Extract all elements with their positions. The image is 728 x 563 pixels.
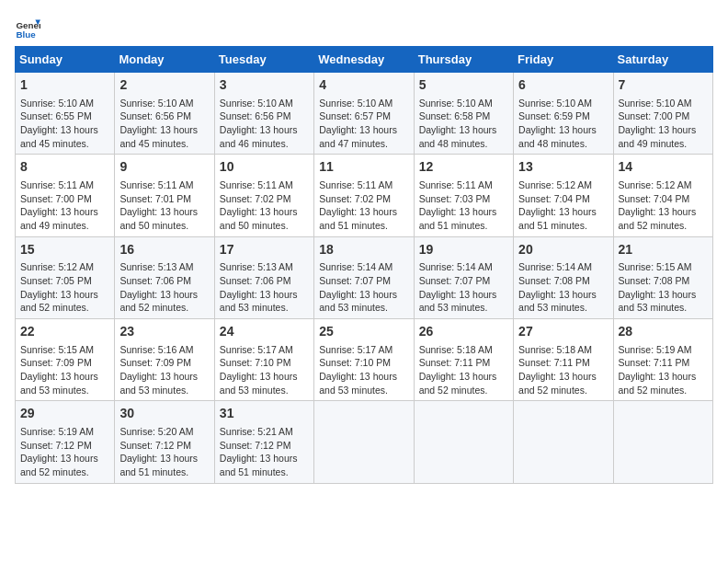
day-number: 6 <box>518 76 608 95</box>
day-info: Sunrise: 5:10 AM Sunset: 6:56 PM Dayligh… <box>119 97 209 151</box>
day-number: 1 <box>20 76 109 95</box>
day-cell: 24Sunrise: 5:17 AM Sunset: 7:10 PM Dayli… <box>214 319 313 401</box>
day-info: Sunrise: 5:10 AM Sunset: 6:55 PM Dayligh… <box>20 97 109 151</box>
day-number: 12 <box>419 158 508 177</box>
week-row-2: 8Sunrise: 5:11 AM Sunset: 7:00 PM Daylig… <box>16 155 713 236</box>
day-number: 5 <box>419 76 508 95</box>
day-cell: 18Sunrise: 5:14 AM Sunset: 7:07 PM Dayli… <box>314 236 414 318</box>
day-number: 19 <box>419 241 508 259</box>
day-info: Sunrise: 5:19 AM Sunset: 7:11 PM Dayligh… <box>619 343 708 397</box>
day-number: 30 <box>119 405 209 423</box>
day-cell: 15Sunrise: 5:12 AM Sunset: 7:05 PM Dayli… <box>16 236 115 318</box>
day-number: 9 <box>119 158 209 177</box>
day-number: 17 <box>220 241 309 259</box>
day-number: 11 <box>319 158 408 177</box>
day-cell: 25Sunrise: 5:17 AM Sunset: 7:10 PM Dayli… <box>314 319 414 401</box>
day-cell: 30Sunrise: 5:20 AM Sunset: 7:12 PM Dayli… <box>115 401 214 483</box>
day-info: Sunrise: 5:10 AM Sunset: 6:58 PM Dayligh… <box>419 97 508 151</box>
day-info: Sunrise: 5:18 AM Sunset: 7:11 PM Dayligh… <box>518 343 608 397</box>
week-row-4: 22Sunrise: 5:15 AM Sunset: 7:09 PM Dayli… <box>16 319 713 401</box>
day-cell: 2Sunrise: 5:10 AM Sunset: 6:56 PM Daylig… <box>115 73 214 155</box>
day-cell: 10Sunrise: 5:11 AM Sunset: 7:02 PM Dayli… <box>214 155 313 236</box>
day-info: Sunrise: 5:13 AM Sunset: 7:06 PM Dayligh… <box>119 260 209 315</box>
day-number: 4 <box>319 76 408 95</box>
day-cell: 23Sunrise: 5:16 AM Sunset: 7:09 PM Dayli… <box>115 319 214 401</box>
svg-text:Blue: Blue <box>16 29 36 40</box>
week-row-3: 15Sunrise: 5:12 AM Sunset: 7:05 PM Dayli… <box>16 236 713 318</box>
day-cell: 20Sunrise: 5:14 AM Sunset: 7:08 PM Dayli… <box>514 236 613 318</box>
day-cell: 5Sunrise: 5:10 AM Sunset: 6:58 PM Daylig… <box>414 73 513 155</box>
day-cell: 31Sunrise: 5:21 AM Sunset: 7:12 PM Dayli… <box>214 401 313 483</box>
day-cell <box>314 401 414 483</box>
day-cell: 4Sunrise: 5:10 AM Sunset: 6:57 PM Daylig… <box>314 73 414 155</box>
day-cell: 7Sunrise: 5:10 AM Sunset: 7:00 PM Daylig… <box>613 73 712 155</box>
day-info: Sunrise: 5:10 AM Sunset: 6:57 PM Dayligh… <box>319 97 408 151</box>
day-info: Sunrise: 5:16 AM Sunset: 7:09 PM Dayligh… <box>119 343 209 397</box>
day-cell: 1Sunrise: 5:10 AM Sunset: 6:55 PM Daylig… <box>16 73 115 155</box>
header-cell-tuesday: Tuesday <box>214 47 313 73</box>
day-number: 31 <box>220 405 309 423</box>
day-number: 15 <box>20 241 109 259</box>
day-number: 18 <box>319 241 408 259</box>
day-number: 20 <box>518 241 608 259</box>
day-info: Sunrise: 5:17 AM Sunset: 7:10 PM Dayligh… <box>319 343 408 397</box>
day-number: 22 <box>20 323 109 341</box>
day-info: Sunrise: 5:10 AM Sunset: 6:59 PM Dayligh… <box>518 97 608 151</box>
header-cell-sunday: Sunday <box>16 47 115 73</box>
day-info: Sunrise: 5:14 AM Sunset: 7:07 PM Dayligh… <box>319 260 408 315</box>
day-info: Sunrise: 5:10 AM Sunset: 7:00 PM Dayligh… <box>619 97 708 151</box>
logo-icon: General Blue <box>15 15 40 40</box>
day-cell: 19Sunrise: 5:14 AM Sunset: 7:07 PM Dayli… <box>414 236 513 318</box>
day-info: Sunrise: 5:20 AM Sunset: 7:12 PM Dayligh… <box>119 425 209 479</box>
day-info: Sunrise: 5:12 AM Sunset: 7:04 PM Dayligh… <box>619 178 708 233</box>
logo: General Blue <box>15 15 44 40</box>
week-row-1: 1Sunrise: 5:10 AM Sunset: 6:55 PM Daylig… <box>16 73 713 155</box>
calendar-table: SundayMondayTuesdayWednesdayThursdayFrid… <box>15 46 713 484</box>
day-number: 27 <box>518 323 608 341</box>
day-info: Sunrise: 5:11 AM Sunset: 7:01 PM Dayligh… <box>119 178 209 233</box>
day-number: 2 <box>119 76 209 95</box>
day-cell: 27Sunrise: 5:18 AM Sunset: 7:11 PM Dayli… <box>514 319 613 401</box>
day-number: 8 <box>20 158 109 177</box>
day-cell: 3Sunrise: 5:10 AM Sunset: 6:56 PM Daylig… <box>214 73 313 155</box>
day-cell: 22Sunrise: 5:15 AM Sunset: 7:09 PM Dayli… <box>16 319 115 401</box>
day-number: 25 <box>319 323 408 341</box>
day-info: Sunrise: 5:11 AM Sunset: 7:02 PM Dayligh… <box>220 178 309 233</box>
day-number: 7 <box>619 76 708 95</box>
day-info: Sunrise: 5:18 AM Sunset: 7:11 PM Dayligh… <box>419 343 508 397</box>
day-info: Sunrise: 5:11 AM Sunset: 7:03 PM Dayligh… <box>419 178 508 233</box>
day-cell: 6Sunrise: 5:10 AM Sunset: 6:59 PM Daylig… <box>514 73 613 155</box>
day-number: 13 <box>518 158 608 177</box>
day-cell: 26Sunrise: 5:18 AM Sunset: 7:11 PM Dayli… <box>414 319 513 401</box>
day-number: 14 <box>619 158 708 177</box>
day-cell <box>514 401 613 483</box>
day-info: Sunrise: 5:15 AM Sunset: 7:09 PM Dayligh… <box>20 343 109 397</box>
day-cell: 9Sunrise: 5:11 AM Sunset: 7:01 PM Daylig… <box>115 155 214 236</box>
header-cell-friday: Friday <box>514 47 613 73</box>
header-cell-wednesday: Wednesday <box>314 47 414 73</box>
day-cell: 28Sunrise: 5:19 AM Sunset: 7:11 PM Dayli… <box>613 319 712 401</box>
day-info: Sunrise: 5:21 AM Sunset: 7:12 PM Dayligh… <box>220 425 309 479</box>
day-info: Sunrise: 5:15 AM Sunset: 7:08 PM Dayligh… <box>619 260 708 315</box>
week-row-5: 29Sunrise: 5:19 AM Sunset: 7:12 PM Dayli… <box>16 401 713 483</box>
calendar-body: 1Sunrise: 5:10 AM Sunset: 6:55 PM Daylig… <box>16 73 713 484</box>
header-cell-thursday: Thursday <box>414 47 513 73</box>
day-info: Sunrise: 5:14 AM Sunset: 7:08 PM Dayligh… <box>518 260 608 315</box>
day-cell: 21Sunrise: 5:15 AM Sunset: 7:08 PM Dayli… <box>613 236 712 318</box>
day-number: 26 <box>419 323 508 341</box>
day-number: 24 <box>220 323 309 341</box>
day-cell: 16Sunrise: 5:13 AM Sunset: 7:06 PM Dayli… <box>115 236 214 318</box>
day-info: Sunrise: 5:10 AM Sunset: 6:56 PM Dayligh… <box>220 97 309 151</box>
day-info: Sunrise: 5:17 AM Sunset: 7:10 PM Dayligh… <box>220 343 309 397</box>
day-info: Sunrise: 5:12 AM Sunset: 7:04 PM Dayligh… <box>518 178 608 233</box>
day-info: Sunrise: 5:11 AM Sunset: 7:00 PM Dayligh… <box>20 178 109 233</box>
day-cell: 13Sunrise: 5:12 AM Sunset: 7:04 PM Dayli… <box>514 155 613 236</box>
day-info: Sunrise: 5:12 AM Sunset: 7:05 PM Dayligh… <box>20 260 109 315</box>
day-cell: 11Sunrise: 5:11 AM Sunset: 7:02 PM Dayli… <box>314 155 414 236</box>
header-cell-monday: Monday <box>115 47 214 73</box>
day-cell: 8Sunrise: 5:11 AM Sunset: 7:00 PM Daylig… <box>16 155 115 236</box>
day-cell: 17Sunrise: 5:13 AM Sunset: 7:06 PM Dayli… <box>214 236 313 318</box>
day-number: 28 <box>619 323 708 341</box>
day-info: Sunrise: 5:11 AM Sunset: 7:02 PM Dayligh… <box>319 178 408 233</box>
day-number: 29 <box>20 405 109 423</box>
